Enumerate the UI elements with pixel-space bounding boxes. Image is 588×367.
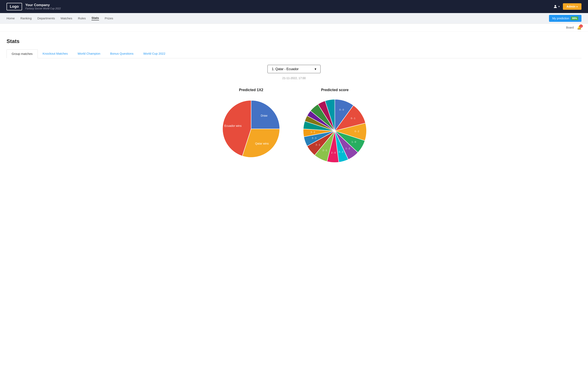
svg-text:Ecuador wins: Ecuador wins: [224, 124, 242, 127]
svg-text:0 - 3: 0 - 3: [339, 151, 343, 153]
company-info: Your Company Fantasy Soccer World Cup 20…: [25, 3, 61, 10]
nav-matches[interactable]: Matches: [61, 17, 72, 20]
match-selector-wrapper: 1. Qatar - Ecuador ▾: [7, 65, 581, 73]
tab-bonus-questions[interactable]: Bonus Questions: [105, 49, 138, 58]
nav-prizes[interactable]: Prizes: [105, 17, 113, 20]
svg-text:0 - 1: 0 - 1: [351, 117, 355, 119]
match-dropdown-value: 1. Qatar - Ecuador: [272, 67, 299, 71]
chart-predicted-1x2: Predicted 1X2 DrawQatar winsEcuador wins: [218, 88, 284, 161]
svg-text:2 - 0: 2 - 0: [331, 151, 336, 154]
tab-world-champion[interactable]: World Champion: [73, 49, 105, 58]
pie-chart-1x2: DrawQatar winsEcuador wins: [218, 96, 284, 161]
header: Logo Your Company Fantasy Soccer World C…: [0, 0, 588, 13]
company-name: Your Company: [25, 3, 61, 7]
prediction-percent-badge: 99%: [571, 17, 578, 20]
svg-text:3 - 3: 3 - 3: [312, 137, 316, 139]
my-prediction-label: My prediction: [552, 17, 569, 20]
tabs: Group matches Knockout Matches World Cha…: [7, 49, 581, 58]
svg-text:2 - 1: 2 - 1: [323, 149, 327, 151]
header-right: ▾ Admin »: [553, 3, 581, 10]
board-link[interactable]: Board: [566, 26, 574, 29]
match-date: 21-11-2022, 17:00: [7, 76, 581, 80]
tab-knockout-matches[interactable]: Knockout Matches: [38, 49, 73, 58]
svg-text:3 - 2: 3 - 2: [311, 131, 315, 133]
nav-rules[interactable]: Rules: [78, 17, 86, 20]
main-nav: Home Ranking Departments Matches Rules S…: [0, 13, 588, 24]
chart1-title: Predicted 1X2: [239, 88, 263, 92]
svg-text:1 - 0: 1 - 0: [352, 141, 356, 143]
tab-group-matches[interactable]: Group matches: [7, 49, 38, 58]
nav-ranking[interactable]: Ranking: [20, 17, 32, 20]
main-content: Stats Group matches Knockout Matches Wor…: [0, 32, 588, 367]
page-title: Stats: [7, 38, 581, 44]
admin-button[interactable]: Admin »: [563, 3, 581, 10]
svg-text:0 - 0: 0 - 0: [339, 108, 344, 111]
nav-links: Home Ranking Departments Matches Rules S…: [7, 16, 113, 20]
pie-chart-score: 0 - 00 - 10 - 21 - 01 - 20 - 32 - 02 - 1…: [300, 96, 370, 166]
svg-text:0 - 2: 0 - 2: [355, 130, 359, 133]
notification-bell[interactable]: 🔔 1: [577, 25, 581, 30]
svg-text:3 - 1: 3 - 1: [316, 143, 320, 146]
logo: Logo: [7, 3, 22, 10]
tab-world-cup-2022[interactable]: World Cup 2022: [138, 49, 170, 58]
svg-point-0: [554, 5, 556, 7]
nav-stats[interactable]: Stats: [91, 16, 99, 20]
chart-predicted-score: Predicted score 0 - 00 - 10 - 21 - 01 - …: [300, 88, 370, 166]
chart2-title: Predicted score: [321, 88, 348, 92]
notification-count: 1: [579, 25, 583, 28]
header-left: Logo Your Company Fantasy Soccer World C…: [7, 3, 61, 10]
sub-nav: Board 🔔 1: [0, 24, 588, 32]
nav-departments[interactable]: Departments: [37, 17, 55, 20]
nav-home[interactable]: Home: [7, 17, 15, 20]
svg-text:Qatar wins: Qatar wins: [255, 142, 269, 145]
charts-area: Predicted 1X2 DrawQatar winsEcuador wins…: [7, 88, 581, 166]
user-menu[interactable]: ▾: [553, 4, 560, 9]
company-subtitle: Fantasy Soccer World Cup 2022: [25, 7, 61, 10]
chevron-down-icon: ▾: [315, 67, 316, 71]
svg-text:1 - 2: 1 - 2: [346, 147, 350, 150]
svg-text:Draw: Draw: [261, 114, 268, 117]
my-prediction-button[interactable]: My prediction 99%: [549, 15, 581, 22]
match-dropdown[interactable]: 1. Qatar - Ecuador ▾: [268, 65, 320, 73]
